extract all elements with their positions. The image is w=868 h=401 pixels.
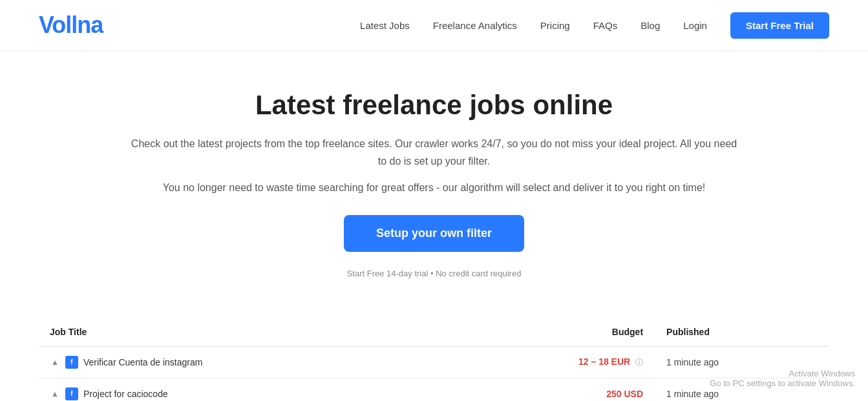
- budget-value: 12 – 18 EUR: [578, 356, 630, 367]
- setup-filter-button[interactable]: Setup your own filter: [344, 215, 524, 252]
- job-title-text[interactable]: Verificar Cuenta de instagram: [83, 357, 202, 367]
- nav-blog[interactable]: Blog: [640, 20, 660, 31]
- chevron-up-icon[interactable]: ▲: [50, 389, 60, 399]
- table-row: ▲ f Project for caciocode 250 USD 1 minu…: [39, 378, 829, 401]
- platform-icon: f: [65, 387, 78, 400]
- table-row: ▲ f Verificar Cuenta de instagram 12 – 1…: [39, 346, 829, 378]
- header: Vollna Latest Jobs Freelance Analytics P…: [0, 0, 868, 51]
- hero-section: Latest freelance jobs online Check out t…: [0, 51, 868, 304]
- platform-icon: f: [65, 356, 78, 369]
- hero-description-1: Check out the latest projects from the t…: [129, 135, 739, 170]
- budget-value: 250 USD: [606, 389, 643, 399]
- nav-faqs[interactable]: FAQs: [593, 20, 618, 31]
- start-free-trial-button[interactable]: Start Free Trial: [730, 12, 829, 39]
- hero-description-2: You no longer need to waste time searchi…: [129, 179, 739, 196]
- trial-note: Start Free 14-day trial • No credit card…: [129, 269, 739, 278]
- table-header: Job Title Budget Published: [39, 317, 829, 346]
- job-title-cell: ▲ f Verificar Cuenta de instagram: [39, 346, 449, 378]
- col-published: Published: [656, 317, 829, 346]
- budget-info-icon: ⓘ: [635, 358, 643, 367]
- logo[interactable]: Vollna: [39, 12, 103, 39]
- nav-login[interactable]: Login: [683, 20, 707, 31]
- published-cell: 1 minute ago: [656, 346, 829, 378]
- col-budget: Budget: [449, 317, 656, 346]
- table-body: ▲ f Verificar Cuenta de instagram 12 – 1…: [39, 346, 829, 401]
- main-nav: Latest Jobs Freelance Analytics Pricing …: [360, 12, 829, 39]
- jobs-table: Job Title Budget Published ▲ f Verificar…: [39, 317, 829, 401]
- col-job-title: Job Title: [39, 317, 449, 346]
- job-title-text[interactable]: Project for caciocode: [83, 389, 168, 399]
- published-cell: 1 minute ago: [656, 378, 829, 401]
- nav-freelance-analytics[interactable]: Freelance Analytics: [433, 20, 517, 31]
- nav-pricing[interactable]: Pricing: [540, 20, 570, 31]
- budget-cell: 250 USD: [449, 378, 656, 401]
- nav-latest-jobs[interactable]: Latest Jobs: [360, 20, 410, 31]
- chevron-up-icon[interactable]: ▲: [50, 357, 60, 367]
- jobs-table-section: Job Title Budget Published ▲ f Verificar…: [0, 304, 868, 401]
- hero-title: Latest freelance jobs online: [129, 90, 739, 121]
- job-title-cell: ▲ f Project for caciocode: [39, 378, 449, 401]
- budget-cell: 12 – 18 EUR ⓘ: [449, 346, 656, 378]
